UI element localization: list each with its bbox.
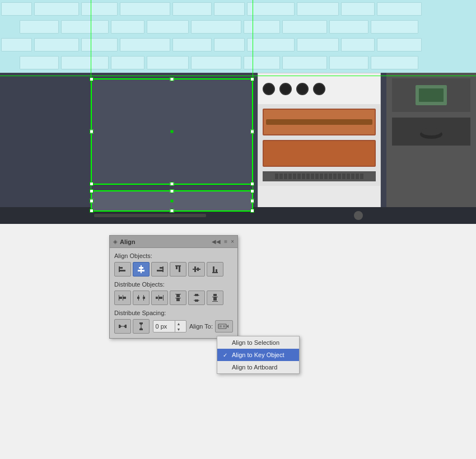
strip-handle-bl[interactable] bbox=[90, 209, 94, 213]
oven-handle-1 bbox=[266, 119, 372, 125]
align-right-edges-btn[interactable] bbox=[151, 262, 168, 277]
strip-handle-bm[interactable] bbox=[170, 209, 174, 213]
strip-tooth bbox=[288, 174, 292, 179]
selected-object-main[interactable] bbox=[91, 78, 253, 185]
bottom-dot bbox=[354, 211, 363, 220]
svg-rect-52 bbox=[139, 329, 143, 330]
align-top-edges-btn[interactable] bbox=[170, 262, 186, 277]
distribute-v-center-btn[interactable] bbox=[188, 291, 205, 305]
burner-3 bbox=[296, 83, 309, 95]
strip-tooth bbox=[338, 174, 341, 179]
spacing-spinner: ▲ ▼ bbox=[175, 321, 183, 332]
strip-tooth bbox=[333, 174, 337, 179]
spinner-up-btn[interactable]: ▲ bbox=[175, 321, 183, 326]
panel-menu-btn[interactable]: ≡ bbox=[224, 238, 227, 245]
svg-rect-21 bbox=[216, 269, 217, 272]
strip-handle-ml[interactable] bbox=[90, 199, 94, 203]
panel-titlebar[interactable]: ◈ Align ◀◀ ≡ × bbox=[110, 236, 237, 248]
dropdown-item-label: Align to Artboard bbox=[232, 364, 277, 371]
canvas-area bbox=[0, 0, 476, 224]
panel-close-btn[interactable]: × bbox=[231, 238, 234, 245]
distribute-v-spacing-btn[interactable] bbox=[133, 319, 150, 334]
dropdown-item-key-object[interactable]: ✓ Align to Key Object bbox=[217, 349, 299, 361]
handle-mr[interactable] bbox=[250, 130, 254, 134]
svg-rect-43 bbox=[212, 301, 218, 302]
svg-rect-40 bbox=[195, 294, 198, 296]
svg-marker-54 bbox=[140, 324, 142, 325]
strip-tooth bbox=[360, 174, 363, 179]
cabinet-shelf-2 bbox=[392, 118, 470, 146]
panel-collapse-btn[interactable]: ◀◀ bbox=[212, 238, 221, 245]
svg-rect-13 bbox=[175, 265, 181, 266]
align-horizontal-center-btn[interactable] bbox=[133, 262, 150, 277]
svg-marker-49 bbox=[120, 325, 122, 327]
panel-title: Align bbox=[120, 238, 136, 245]
handle-bm[interactable] bbox=[170, 182, 174, 186]
svg-rect-42 bbox=[212, 297, 218, 297]
svg-rect-10 bbox=[162, 266, 164, 272]
align-left-edges-btn[interactable] bbox=[114, 262, 131, 277]
svg-rect-11 bbox=[160, 267, 162, 269]
svg-rect-41 bbox=[195, 299, 198, 302]
handle-bl[interactable] bbox=[90, 182, 94, 186]
align-panel: ◈ Align ◀◀ ≡ × Align Objects: bbox=[109, 235, 238, 339]
dropdown-item-artboard[interactable]: Align to Artboard bbox=[217, 361, 299, 373]
svg-rect-37 bbox=[176, 298, 180, 301]
svg-rect-35 bbox=[175, 298, 181, 298]
distribute-right-btn[interactable] bbox=[151, 291, 168, 305]
svg-rect-9 bbox=[138, 270, 144, 271]
strip-handle-tl[interactable] bbox=[90, 189, 94, 193]
strip-center-point bbox=[171, 200, 174, 203]
handle-tr[interactable] bbox=[250, 77, 254, 81]
spacing-input[interactable] bbox=[153, 323, 175, 330]
strip-handle-mr[interactable] bbox=[250, 199, 254, 203]
handle-tl[interactable] bbox=[90, 77, 94, 81]
svg-rect-4 bbox=[119, 266, 120, 272]
strip-tooth bbox=[275, 174, 278, 179]
svg-point-3 bbox=[421, 128, 441, 135]
stove-body bbox=[258, 104, 380, 186]
handle-tm[interactable] bbox=[170, 77, 174, 81]
stove-area bbox=[258, 73, 381, 213]
burner-1 bbox=[263, 83, 275, 95]
svg-rect-28 bbox=[137, 297, 139, 299]
svg-rect-12 bbox=[157, 270, 162, 271]
strip-handle-tr[interactable] bbox=[250, 189, 254, 193]
dropdown-item-selection[interactable]: Align to Selection bbox=[217, 336, 299, 349]
distribute-left-btn[interactable] bbox=[114, 291, 131, 305]
distribute-spacing-row: ▲ ▼ Align To: bbox=[114, 319, 233, 334]
strip-tooth bbox=[311, 174, 314, 179]
align-to-dropdown-menu: Align to Selection ✓ Align to Key Object… bbox=[217, 336, 300, 374]
distribute-top-btn[interactable] bbox=[170, 291, 186, 305]
strip-tooth bbox=[306, 174, 310, 179]
strip-handle-tm[interactable] bbox=[170, 189, 174, 193]
svg-rect-15 bbox=[179, 266, 180, 272]
distribute-h-center-btn[interactable] bbox=[133, 291, 150, 305]
align-vertical-center-btn[interactable] bbox=[188, 262, 205, 277]
svg-rect-22 bbox=[119, 295, 119, 301]
cabinet-shelf-1 bbox=[392, 78, 470, 112]
align-to-dropdown[interactable] bbox=[215, 320, 233, 332]
spinner-down-btn[interactable]: ▼ bbox=[175, 326, 183, 332]
strip-tooth bbox=[356, 174, 359, 179]
align-bottom-edges-btn[interactable] bbox=[207, 262, 223, 277]
distribute-h-spacing-btn[interactable] bbox=[114, 319, 131, 334]
svg-rect-17 bbox=[194, 266, 196, 272]
spacing-input-container: ▲ ▼ bbox=[153, 320, 186, 332]
svg-rect-33 bbox=[159, 297, 162, 299]
strip-tooth bbox=[329, 174, 332, 179]
svg-rect-19 bbox=[212, 272, 218, 273]
dropdown-item-label: Align to Key Object bbox=[232, 352, 284, 358]
distribute-objects-row bbox=[114, 291, 233, 305]
strip-tooth bbox=[279, 174, 283, 179]
strip-handle-br[interactable] bbox=[250, 209, 254, 213]
handle-ml[interactable] bbox=[90, 130, 94, 134]
spacing-buttons bbox=[114, 319, 150, 334]
handle-br[interactable] bbox=[250, 182, 254, 186]
svg-rect-34 bbox=[175, 294, 181, 294]
selected-object-strip[interactable] bbox=[91, 190, 253, 212]
distribute-bottom-btn[interactable] bbox=[207, 291, 223, 305]
strip-tooth bbox=[351, 174, 354, 179]
svg-rect-25 bbox=[123, 297, 126, 299]
panel-controls: ◀◀ ≡ × bbox=[212, 238, 234, 245]
